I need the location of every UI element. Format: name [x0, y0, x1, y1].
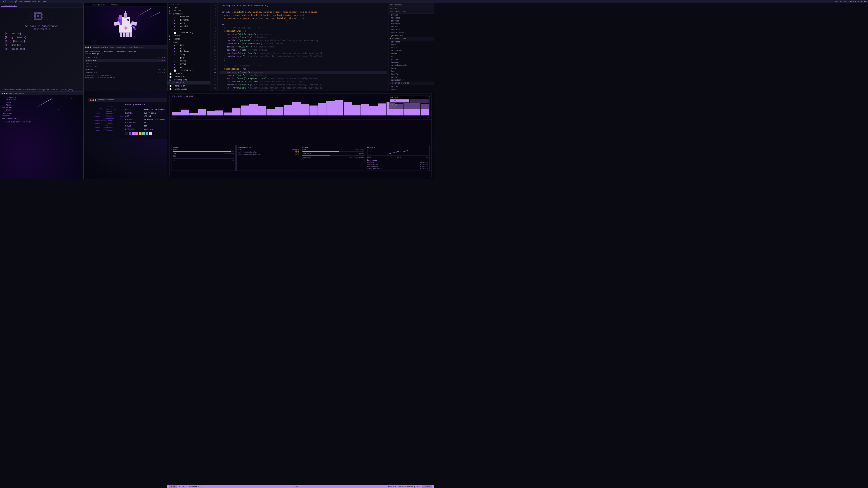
bottom-left-titlebar: emmet@snowfire:~	[0, 92, 84, 95]
erp-item-theme[interactable]: theme	[389, 52, 434, 55]
erp-item-email[interactable]: email	[389, 46, 434, 49]
tree-item-installorg[interactable]: 📄install.org	[167, 88, 210, 91]
erp-item-system[interactable]: system	[389, 13, 434, 17]
tree-item-flakenix[interactable]: ❄flake.nix	[167, 81, 210, 85]
qb-menu-item-search[interactable]: [o] [Search]	[5, 32, 79, 36]
min-dot	[88, 46, 89, 48]
erp-item-browser[interactable]: browser	[389, 61, 434, 64]
erp-item-bootmountpath[interactable]: bootMountPath	[389, 31, 434, 34]
tree-item-personal[interactable]: ▶ personal	[167, 19, 210, 22]
qb-menu-item-quickmarks[interactable]: [b] [Quickmarks]	[5, 36, 79, 39]
tree-item-readme-profiles[interactable]: 📄 README.org	[167, 31, 210, 34]
tree-item-license[interactable]: 📄LICENSE	[167, 72, 210, 75]
pa-dots3: ●	[90, 4, 91, 6]
flake-term-content: emmet@snowfire ~/home/emmet/.dotfiles/fl…	[84, 49, 167, 80]
erp-item-wm[interactable]: wm	[389, 55, 434, 58]
qb-menu-item-newtab[interactable]: [t] [New tab]	[5, 43, 79, 47]
erp-item-timezone[interactable]: timezone	[389, 22, 434, 25]
tree-item-readmemd[interactable]: 📄README.md	[167, 75, 210, 78]
tree-item-app[interactable]: ▶ app	[167, 43, 210, 47]
erp-item-term[interactable]: term	[389, 67, 434, 70]
tree-item-shell[interactable]: ▶ shell	[167, 59, 210, 63]
code-line-14: locale = "en_US.UTF-8"; # select locale	[219, 45, 387, 48]
tree-item-pkgs[interactable]: ▶ pkgs	[167, 56, 210, 59]
cpu-cell-6	[400, 102, 409, 103]
tree-item-user[interactable]: ▼user	[167, 41, 210, 43]
neofetch-colors	[125, 132, 168, 135]
cpu-cell-3	[410, 99, 419, 102]
code-line-26: themes = "wunicorn-yt"; # selected theme…	[219, 84, 387, 87]
processes-label: Processes	[367, 159, 429, 161]
tree-item-system[interactable]: ▶system	[167, 34, 210, 37]
max-dot	[95, 99, 96, 101]
erp-item-fontpkg[interactable]: fontPkg	[389, 73, 434, 76]
gutter-20: 20	[211, 64, 217, 68]
min-dot	[4, 93, 5, 94]
erp-item-username[interactable]: username	[389, 40, 434, 43]
erp-item-font[interactable]: font	[389, 70, 434, 73]
gutter-23: 23	[211, 74, 217, 77]
erp-item-grubdevice[interactable]: grubDevice	[389, 34, 434, 37]
temp-row-1: card0 (amdgpu): edge49°C	[238, 151, 299, 153]
code-line-1: description = "Flake of LibrePhoenix";	[219, 4, 387, 7]
tree-item-desktop[interactable]: 🖼desktop.png	[167, 78, 210, 81]
cpu-cell-2: 11	[400, 99, 409, 102]
erp-item-np-system[interactable]: system	[389, 85, 434, 88]
ram-used: 5.76GB/02.0GB	[222, 153, 234, 155]
erp-item-editor[interactable]: editor	[389, 76, 434, 78]
ram-bar-container	[173, 151, 234, 152]
tree-item-style[interactable]: ▶ style	[167, 63, 210, 66]
tree-item-work[interactable]: ▶ work	[167, 22, 210, 25]
tree-item-wsl[interactable]: ▶ wsl	[167, 28, 210, 31]
proc-row-2: 550631emacs0.280.7%	[367, 166, 429, 167]
temps-header: NameTemp(°)	[238, 149, 299, 151]
qb-tab-tech[interactable]: Tech Profile	[1, 4, 17, 6]
gutter-13: 13	[211, 42, 217, 45]
code-line-3: outputs = inputs@{ self, nixpkgs, nixpkg…	[219, 11, 387, 14]
erp-header-nixpkgs-patched: ▼ nixpkgs-patched	[389, 82, 434, 85]
qb-menu-item-history[interactable]: [$ h] [History]	[5, 39, 79, 43]
gutter-6: 6	[211, 20, 217, 23]
tree-item-patches[interactable]: ▶patches	[167, 9, 210, 12]
tree-root-label: .dotfiles	[167, 3, 210, 6]
code-line-15: bootMode = "uefi"; # uefi or bios	[219, 48, 387, 52]
erp-item-np-name[interactable]: name	[389, 88, 434, 91]
qb-menu-item-close[interactable]: [x] [Close tab]	[5, 47, 79, 51]
erp-item-dotfilesdir[interactable]: dotfilesDir	[389, 49, 434, 52]
erp-item-profile[interactable]: profile	[389, 20, 434, 22]
proc-header: PIDNameCPU%MEM%	[367, 162, 429, 163]
erp-item-spawneditor[interactable]: spawnEditor	[389, 78, 434, 82]
tree-item-git[interactable]: ▶.git	[167, 6, 210, 9]
erp-item-locale[interactable]: locale	[389, 25, 434, 28]
tree-item-profiles[interactable]: ▼profiles	[167, 12, 210, 15]
cpu-cell-8	[419, 102, 429, 103]
network-graph	[367, 149, 429, 156]
cpu-cell-7	[410, 102, 419, 103]
tree-item-lang[interactable]: ▶ lang	[167, 53, 210, 56]
erp-item-bootmode[interactable]: bootMode	[389, 28, 434, 31]
erp-item-hostname[interactable]: hostname	[389, 17, 434, 20]
color-block-2	[129, 132, 131, 135]
gutter-11: 11	[211, 36, 217, 39]
erp-item-defaultroamdir[interactable]: defaultRoamDir	[389, 64, 434, 67]
memory-label: Memory	[173, 146, 234, 148]
erp-item-wmtype[interactable]: wmType	[389, 58, 434, 61]
proc-row-3: 3180pipewire-pu0.150.1%	[367, 168, 429, 169]
file-tree[interactable]: .dotfiles ▶.git ▶patches ▼profiles ▶ hom…	[167, 3, 211, 91]
tree-item-cli[interactable]: ▶ cli	[167, 47, 210, 50]
tree-item-readme-user[interactable]: 📄 README.org	[167, 69, 210, 72]
neo-row-uptime: UPTIME: 21 hours 7 minutes	[125, 118, 168, 121]
editor-code-area[interactable]: description = "Flake of LibrePhoenix"; o…	[218, 3, 389, 91]
tree-item-homelab[interactable]: ▶ home.lab	[167, 15, 210, 19]
tree-item-themes[interactable]: ▶themes	[167, 37, 210, 41]
gutter-12: 12	[211, 39, 217, 42]
disks-panel: Disks PathUsedSize /dev/dm-0/504GB /dev/…	[301, 145, 365, 171]
tree-item-wm[interactable]: ▶ wm	[167, 66, 210, 69]
pa-dots2: ●	[88, 4, 89, 6]
erp-item-name[interactable]: name	[389, 43, 434, 46]
tree-item-hardensh[interactable]: 📄harden.sh	[167, 85, 210, 88]
tree-item-hardware[interactable]: ▶ hardware	[167, 50, 210, 53]
svg-rect-8	[127, 20, 128, 21]
neofetch-window: emmet@snowfire:~ \\ \\ // \\\\ \\\\// //…	[88, 98, 171, 139]
tree-item-worklab[interactable]: ▶ worklab	[167, 25, 210, 28]
